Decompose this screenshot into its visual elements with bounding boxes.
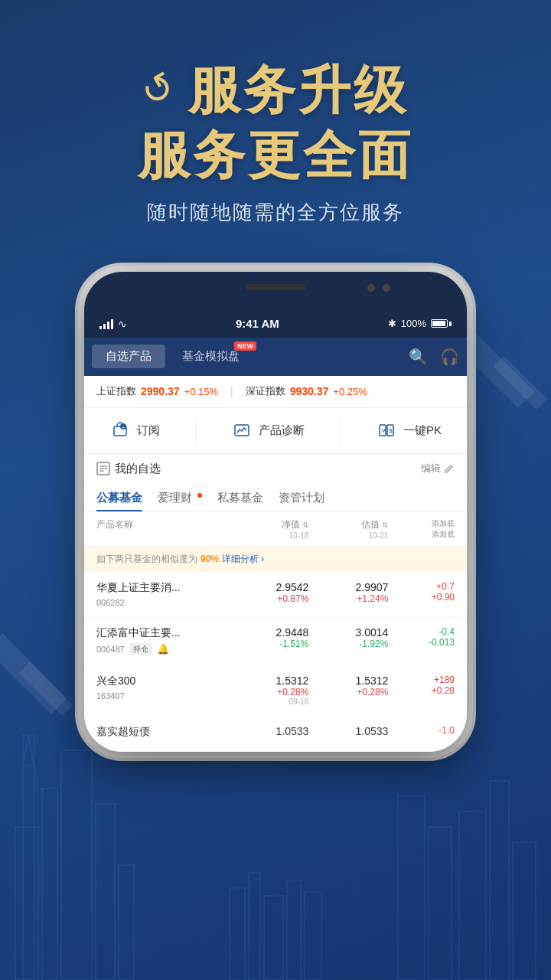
status-right: ✱ 100% <box>388 318 452 329</box>
qa-subscribe[interactable]: + 订阅 <box>109 420 160 441</box>
table-header: 产品名称 净值 ⇅ 10-18 估值 ⇅ 10-21 添加底 添加底 <box>84 512 467 547</box>
svg-text:+: + <box>122 425 125 430</box>
svg-rect-2 <box>61 750 92 980</box>
index-separator: | <box>230 385 233 397</box>
edit-button[interactable]: 编辑 <box>421 462 455 475</box>
diagnose-icon <box>231 420 253 441</box>
pk-icon: V S <box>376 420 397 441</box>
bluetooth-icon: ✱ <box>388 318 396 329</box>
qa-subscribe-label: 订阅 <box>137 423 160 438</box>
svg-rect-8 <box>490 781 509 980</box>
hero-desc: 随时随地随需的全方位服务 <box>31 199 520 226</box>
fund-row[interactable]: 嘉实超短债 1.0533 1.0533 -1.0 <box>84 716 467 752</box>
edit-icon <box>444 463 455 474</box>
fund-row[interactable]: 汇添富中证主要... 006487 持仓 🔔 2.9448 -1.51% 3.0… <box>84 617 467 665</box>
app-nav: 自选产品 基金模拟盘 NEW 🔍 🎧 <box>84 338 467 376</box>
phone-speaker <box>245 284 306 290</box>
phone-camera-dot2 <box>383 284 390 292</box>
svg-rect-4 <box>119 865 134 980</box>
fund-info: 嘉实超短债 <box>96 725 229 742</box>
fund-info: 汇添富中证主要... 006487 持仓 🔔 <box>96 626 229 655</box>
wealth-tab-dot <box>197 493 202 498</box>
col-nav: 净值 ⇅ 10-18 <box>229 518 308 540</box>
nav-tab-fund-sim[interactable]: 基金模拟盘 NEW <box>168 345 253 368</box>
fund-est: 3.0014 -1.92% <box>308 626 388 649</box>
qa-diagnose-label: 产品诊断 <box>259 423 305 438</box>
fund-name: 汇添富中证主要... <box>96 626 229 640</box>
fund-tag: 持仓 <box>129 643 152 655</box>
fund-code: 006282 <box>96 598 229 607</box>
sz-index: 深证指数 9930.37 +0.25% <box>246 384 367 398</box>
status-left: ∿ <box>99 318 127 330</box>
sim-link[interactable]: 详细分析 › <box>222 553 264 566</box>
fund-est: 1.5312 +0.28% <box>308 675 388 697</box>
svg-rect-10 <box>429 827 452 980</box>
svg-rect-7 <box>459 812 486 980</box>
col-name: 产品名称 <box>96 518 229 540</box>
fund-tab-wealth[interactable]: 爱理财 <box>158 491 202 511</box>
fund-nav: 1.0533 <box>229 725 308 737</box>
nav-tab-zixuan[interactable]: 自选产品 <box>92 345 165 368</box>
hero-title-row: ↺ 服务升级 <box>31 61 520 119</box>
svg-rect-9 <box>513 842 536 980</box>
qa-sep2 <box>340 419 341 442</box>
qa-diagnose[interactable]: 产品诊断 <box>231 420 305 441</box>
fund-tab-asset[interactable]: 资管计划 <box>279 491 324 511</box>
signal-icon <box>99 318 113 329</box>
sim-pct: 90% <box>201 554 219 564</box>
fund-nav: 2.9542 +0.87% <box>229 581 308 604</box>
fund-info: 华夏上证主要消... 006282 <box>96 581 229 607</box>
headset-icon[interactable]: 🎧 <box>440 348 459 366</box>
fund-action: -0.4 -0.013 <box>388 626 455 648</box>
fund-tab-private[interactable]: 私募基金 <box>217 491 263 511</box>
phone-camera-dot1 <box>367 284 375 292</box>
watchlist-title: 我的自选 <box>96 462 161 476</box>
fund-action: +189 +0.28 <box>388 675 455 696</box>
fund-tabs: 公募基金 爱理财 私募基金 资管计划 <box>84 485 467 512</box>
nav-icons: 🔍 🎧 <box>409 348 459 366</box>
hero-title-line2: 服务更全面 <box>31 126 520 184</box>
fund-info: 兴全300 163407 <box>96 675 229 701</box>
fund-est: 2.9907 +1.24% <box>308 581 388 604</box>
svg-rect-12 <box>230 888 245 980</box>
fund-est: 1.0533 <box>308 725 388 737</box>
fund-list: 华夏上证主要消... 006282 2.9542 +0.87% 2.9907 +… <box>84 572 467 752</box>
phone-body: ∿ 9:41 AM ✱ 100% 自选产品 基金模拟盘 NEW <box>84 272 467 752</box>
svg-rect-1 <box>42 789 57 980</box>
search-icon[interactable]: 🔍 <box>409 348 428 366</box>
svg-rect-16 <box>305 892 321 980</box>
svg-rect-3 <box>96 804 115 980</box>
svg-rect-11 <box>398 796 425 980</box>
col-add: 添加底 添加底 <box>388 518 455 540</box>
qa-sep1 <box>195 419 196 442</box>
sz-chg: +0.25% <box>333 386 367 397</box>
fund-name: 嘉实超短债 <box>96 725 229 739</box>
qa-pk-label: 一键PK <box>403 423 442 438</box>
watchlist-icon <box>96 462 110 475</box>
phone-mockup: ∿ 9:41 AM ✱ 100% 自选产品 基金模拟盘 NEW <box>0 272 551 752</box>
fund-name: 华夏上证主要消... <box>96 581 229 595</box>
fund-row[interactable]: 兴全300 163407 1.5312 +0.28% 09-18 1.5312 … <box>84 665 467 716</box>
fund-nav: 2.9448 -1.51% <box>229 626 308 649</box>
hero-section: ↺ 服务升级 服务更全面 随时随地随需的全方位服务 <box>0 0 551 264</box>
fund-tab-public[interactable]: 公募基金 <box>96 491 142 511</box>
col-est: 估值 ⇅ 10-21 <box>308 518 388 540</box>
qa-pk[interactable]: V S 一键PK <box>376 420 442 441</box>
fund-action: +0.7 +0.90 <box>388 581 455 603</box>
sh-chg: +0.15% <box>184 386 218 397</box>
service-upgrade-icon: ↺ <box>133 63 183 117</box>
status-time: 9:41 AM <box>236 317 279 330</box>
fund-nav: 1.5312 +0.28% 09-18 <box>229 675 308 706</box>
svg-rect-14 <box>264 896 283 980</box>
sz-name: 深证指数 <box>246 384 285 398</box>
fund-action: -1.0 <box>388 725 455 736</box>
subscribe-icon: + <box>109 420 131 441</box>
index-bar: 上证指数 2990.37 +0.15% | 深证指数 9930.37 +0.25… <box>84 376 467 408</box>
sz-val: 9930.37 <box>290 385 329 397</box>
sh-index: 上证指数 2990.37 +0.15% <box>96 384 218 398</box>
fund-name: 兴全300 <box>96 675 229 688</box>
new-badge: NEW <box>234 341 256 351</box>
fund-row[interactable]: 华夏上证主要消... 006282 2.9542 +0.87% 2.9907 +… <box>84 572 467 617</box>
fund-code: 163407 <box>96 691 229 701</box>
svg-text:V: V <box>382 428 386 433</box>
